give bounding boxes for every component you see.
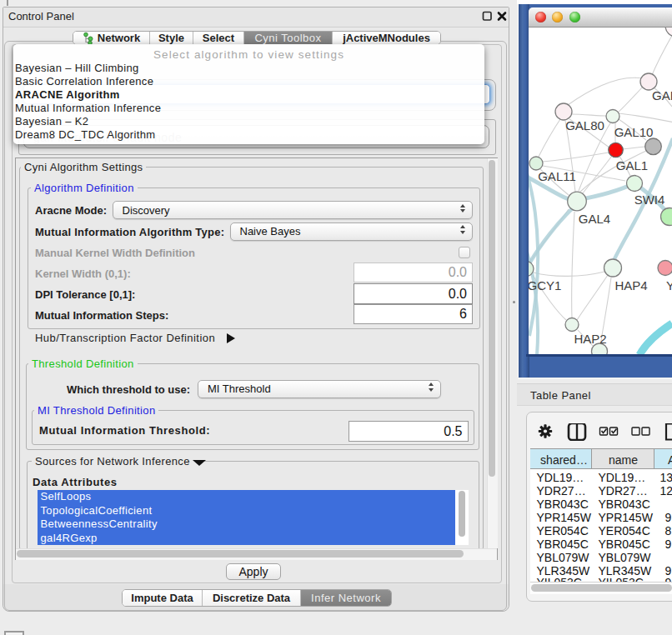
svg-text:GCY1: GCY1 (529, 278, 561, 292)
svg-text:YM: YM (666, 278, 672, 292)
svg-text:GAL4: GAL4 (579, 211, 610, 225)
svg-text:GAL11: GAL11 (538, 168, 576, 182)
svg-text:GAL10: GAL10 (614, 124, 654, 138)
svg-text:GAL1: GAL1 (616, 158, 648, 172)
svg-text:GAL80: GAL80 (565, 118, 604, 132)
svg-text:GAL7: GAL7 (652, 88, 672, 102)
svg-text:SWI4: SWI4 (634, 192, 665, 206)
svg-text:HAP4: HAP4 (614, 278, 647, 292)
svg-text:HAP2: HAP2 (574, 331, 606, 345)
